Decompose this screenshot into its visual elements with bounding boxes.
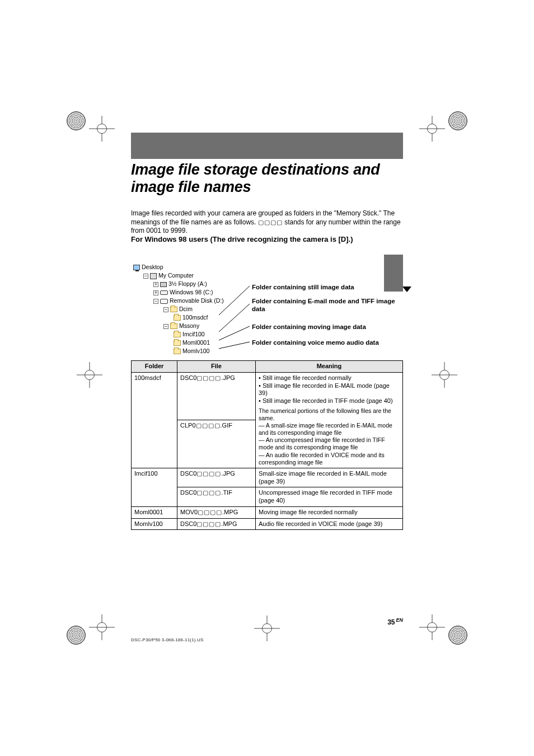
folder-icon	[170, 323, 177, 329]
file-ext: .MPG	[222, 509, 238, 515]
crop-mark	[73, 358, 106, 392]
side-triangle-icon	[402, 287, 411, 292]
removable-disk-icon	[160, 299, 168, 304]
meaning-text: • Still image file recorded normally	[259, 374, 400, 382]
tree-label: Dcim	[179, 306, 193, 312]
tree-label: Mssony	[179, 322, 199, 329]
cell-folder: 100msdcf	[132, 372, 177, 468]
drive-icon	[160, 290, 168, 295]
table-row: Moml0001 MOV0▢▢▢▢.MPG Moving image file …	[132, 506, 403, 518]
tree-label: Windows 98 (C:)	[170, 289, 213, 295]
file-ext: .GIF	[221, 422, 232, 429]
collapse-icon: −	[153, 299, 158, 304]
placeholder-boxes-icon: ▢▢▢▢	[196, 520, 221, 527]
crop-mark	[436, 109, 470, 143]
page-title: Image file storage destinations and imag…	[131, 161, 403, 196]
cell-meaning: Audio file recorded in VOICE mode (page …	[256, 518, 403, 530]
th-meaning: Meaning	[256, 361, 403, 373]
file-prefix: DSC0	[180, 489, 196, 496]
cell-meaning: Uncompressed image file recorded in TIFF…	[256, 487, 403, 507]
folder-icon	[170, 307, 177, 312]
table-row: Imcif100 DSC0▢▢▢▢.JPG Small-size image f…	[132, 468, 403, 487]
file-prefix: DSC0	[180, 374, 196, 381]
footer-line: DSC-P30/P50 3-068-186-11(1).US	[131, 637, 204, 642]
cell-file: DSC0▢▢▢▢.TIF	[177, 487, 256, 507]
folder-icon	[174, 349, 181, 354]
placeholder-boxes-icon: ▢▢▢▢	[196, 374, 221, 381]
cell-folder: Momlv100	[132, 518, 177, 530]
crop-mark	[64, 613, 98, 647]
folder-icon	[174, 340, 181, 346]
tree-label: Removable Disk (D:)	[170, 297, 224, 304]
crop-mark	[250, 612, 284, 645]
file-ext: .JPG	[221, 470, 235, 477]
tree-label: Moml0001	[182, 339, 210, 346]
file-prefix: CLP0	[180, 422, 196, 429]
table-row: Momlv100 DSC0▢▢▢▢.MPG Audio file recorde…	[132, 518, 403, 530]
tree-label: Desktop	[142, 264, 163, 270]
expand-icon: +	[153, 290, 158, 295]
collapse-icon: −	[143, 274, 148, 279]
file-prefix: DSC0	[180, 520, 196, 527]
file-ext: .JPG	[221, 374, 235, 381]
tree-label: Momlv100	[182, 348, 209, 354]
cell-folder: Imcif100	[132, 468, 177, 506]
page-number-value: 35	[387, 618, 395, 626]
callout-email-tiff: Folder containing E-mail mode and TIFF i…	[252, 297, 397, 313]
page-number: 35EN	[387, 617, 403, 626]
folder-icon	[174, 332, 181, 337]
placeholder-boxes-icon: ▢▢▢▢	[196, 422, 221, 429]
crop-mark	[436, 613, 470, 647]
crop-mark	[64, 109, 98, 143]
file-prefix: DSC0	[180, 470, 196, 477]
cell-folder: Moml0001	[132, 506, 177, 518]
callout-still: Folder containing still image data	[252, 283, 397, 291]
cell-file: DSC0▢▢▢▢.JPG	[177, 372, 256, 420]
placeholder-boxes-icon: ▢▢▢▢	[258, 219, 283, 226]
tree-label: 3½ Floppy (A:)	[168, 280, 207, 287]
cell-file: MOV0▢▢▢▢.MPG	[177, 506, 256, 518]
section-bar	[131, 133, 403, 159]
floppy-icon	[160, 282, 167, 287]
collapse-icon: −	[163, 307, 168, 312]
table-row: 100msdcf DSC0▢▢▢▢.JPG • Still image file…	[132, 372, 403, 420]
th-file: File	[177, 361, 256, 373]
desktop-icon	[133, 265, 140, 270]
meaning-note: The numerical portions of the following …	[259, 407, 400, 422]
placeholder-boxes-icon: ▢▢▢▢	[198, 509, 222, 515]
expand-icon: +	[153, 282, 158, 287]
crop-mark	[428, 358, 461, 392]
section-subhead: For Windows 98 users (The drive recogniz…	[131, 234, 385, 245]
meaning-note-items: — A small-size image file recorded in E-…	[259, 422, 400, 466]
file-ext: .MPG	[221, 520, 237, 527]
cell-file: DSC0▢▢▢▢.JPG	[177, 468, 256, 487]
tree-label: Imcif100	[182, 331, 205, 337]
computer-icon	[150, 273, 157, 279]
tree-label: My Computer	[158, 272, 194, 279]
placeholder-boxes-icon: ▢▢▢▢	[196, 489, 221, 496]
cell-meaning: Moving image file recorded normally	[256, 506, 403, 518]
intro-text: Image files recorded with your camera ar…	[131, 209, 403, 236]
file-table: Folder File Meaning 100msdcf DSC0▢▢▢▢.JP…	[131, 360, 403, 530]
callout-voice: Folder containing voice memo audio data	[252, 339, 397, 346]
meaning-text: • Still image file recorded in TIFF mode…	[259, 397, 400, 405]
table-header-row: Folder File Meaning	[132, 361, 403, 373]
cell-file: CLP0▢▢▢▢.GIF	[177, 420, 256, 468]
cell-meaning: • Still image file recorded normally • S…	[256, 372, 403, 468]
th-folder: Folder	[132, 361, 177, 373]
page-suffix: EN	[396, 617, 403, 623]
file-ext: .TIF	[221, 489, 232, 496]
callout-moving: Folder containing moving image data	[252, 323, 397, 331]
file-prefix: MOV0	[180, 509, 198, 515]
collapse-icon: −	[163, 324, 168, 329]
placeholder-boxes-icon: ▢▢▢▢	[196, 470, 221, 477]
tree-label: 100msdcf	[182, 314, 208, 321]
meaning-text: • Still image file recorded in E-MAIL mo…	[259, 382, 400, 398]
folder-icon	[174, 315, 181, 321]
cell-meaning: Small-size image file recorded in E-MAIL…	[256, 468, 403, 487]
cell-file: DSC0▢▢▢▢.MPG	[177, 518, 256, 530]
